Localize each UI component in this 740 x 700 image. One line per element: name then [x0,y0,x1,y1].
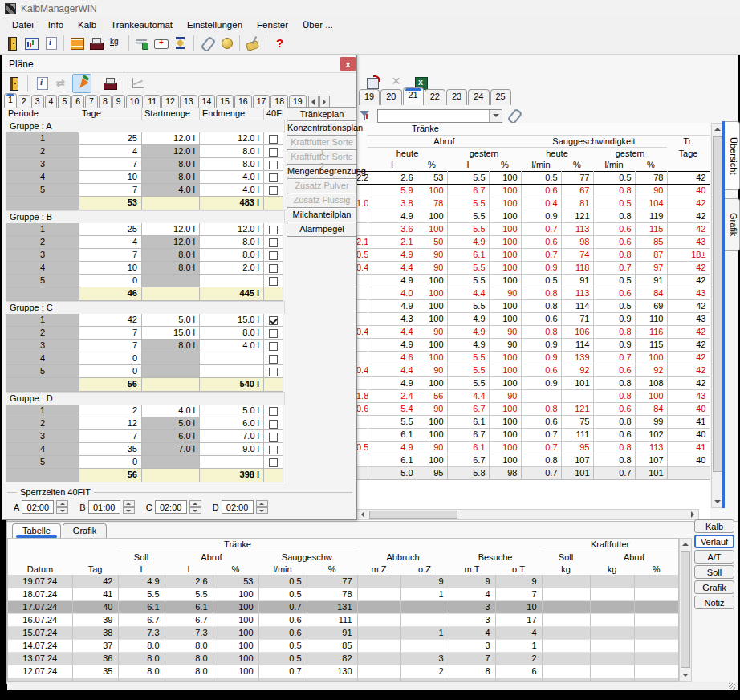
startmenge-cell[interactable] [142,275,200,287]
tage-cell[interactable]: 12 [79,417,142,430]
plan-menu-konzentrationsplan[interactable]: Konzentrationsplan [287,121,357,136]
tage-cell[interactable]: 35 [79,443,142,456]
plan-menu-alarmpegel[interactable]: Alarmpegel [287,222,357,237]
plan-row[interactable]: 4108.0 l4.0 l [6,171,285,184]
plan-tab-12[interactable]: 12 [161,95,179,108]
spin-down-button[interactable] [123,507,135,514]
plan-tab-10[interactable]: 10 [126,95,144,108]
plan-type-selected[interactable]: Tränkeplan [287,107,357,121]
endmenge-cell[interactable]: 6.0 l [200,417,264,430]
startmenge-cell[interactable]: 8.0 l [142,340,200,352]
plan-row[interactable]: 378.0 l4.0 l [6,340,285,352]
history-row[interactable]: 14.07.24378.08.01000.58531 [8,639,678,652]
endmenge-cell[interactable]: 4.0 l [200,184,264,197]
spin-up-button[interactable] [189,500,201,507]
endmenge-cell[interactable]: 12.0 l [200,223,264,236]
endmenge-cell[interactable]: 12.0 l [200,132,264,145]
verlauf-tab-22[interactable]: 22 [425,89,445,105]
view-button-at[interactable]: A/T [694,550,734,564]
scrollbar-thumb[interactable] [369,511,457,519]
toolbar-scale-button[interactable] [132,34,152,53]
plan-tab-16[interactable]: 16 [234,95,252,108]
40fit-checkbox[interactable] [269,226,278,234]
verlauf-tab-23[interactable]: 23 [446,89,467,105]
traenke-row[interactable]: 3.61005.51000.71130.611542 [356,222,710,235]
traenke-row[interactable]: 1.82.4564.4900.810043 [356,389,710,402]
plan-tab-7[interactable]: 7 [85,95,98,108]
tage-cell[interactable]: 0 [79,275,142,287]
40fit-checkbox[interactable] [269,277,278,286]
traenke-row[interactable]: 0.54.9906.11000.7950.811341 [356,441,710,454]
plan-row[interactable]: 50 [6,275,285,287]
plan-tab-1[interactable]: 1 [4,93,17,108]
40fit-checkbox[interactable] [269,173,278,182]
40fit-checkbox[interactable] [269,342,278,351]
menu-einstellungen[interactable]: Einstellungen [180,19,250,31]
spin-down-button[interactable] [56,507,68,514]
close-button[interactable]: x [340,57,356,71]
plan-tab-2[interactable]: 2 [18,95,30,108]
startmenge-cell[interactable]: 8.0 l [142,249,200,262]
menu-info[interactable]: Info [41,19,71,31]
plan-row[interactable]: 12512.0 l12.0 l [6,132,285,145]
tage-cell[interactable]: 4 [79,236,142,249]
time-field[interactable]: 02:00 [155,500,187,514]
endmenge-cell[interactable]: 8.0 l [200,249,264,262]
plan-tab-15[interactable]: 15 [216,95,234,108]
traenke-row[interactable]: 4.91005.51000.81140.56942 [356,299,710,312]
endmenge-cell[interactable]: 8.0 l [200,236,264,249]
view-button-kalb[interactable]: Kalb [694,519,734,533]
40fit-checkbox[interactable] [269,368,278,376]
traenke-row[interactable]: 4.91005.51000.91010.810842 [356,376,710,389]
tage-cell[interactable]: 25 [79,223,142,236]
40fit-checkbox[interactable] [269,238,278,247]
endmenge-cell[interactable]: 2.0 l [200,262,264,275]
toolbar-info-button[interactable] [41,34,60,53]
traenke-row[interactable]: 0.44.4905.51000.91180.79742 [356,261,710,274]
traenke-row[interactable]: 4.31004.91000.6710.911043 [356,312,710,325]
toolbar-paperclip-button[interactable] [197,34,217,53]
startmenge-cell[interactable]: 5.0 l [142,417,200,430]
verlauf-tab-20[interactable]: 20 [380,89,401,105]
toolbar-ambulance-button[interactable] [152,34,171,53]
plaene-print-button[interactable] [100,74,120,93]
tage-cell[interactable]: 10 [79,171,142,184]
verlauf-tab-19[interactable]: 19 [359,89,380,105]
40fit-checkbox[interactable] [269,251,278,260]
plan-row[interactable]: 378.0 l8.0 l [6,158,285,171]
scroll-up-button[interactable] [680,539,691,550]
time-field[interactable]: 02:00 [22,500,54,514]
traenke-row[interactable]: 4.91005.51000.5910.59142 [356,274,710,287]
view-button-verlauf[interactable]: Verlauf [694,535,734,548]
40fit-checkbox[interactable] [269,135,278,144]
traenke-row[interactable]: 0.44.4904.9900.81060.811642 [356,325,710,338]
plaene-graph-button[interactable] [128,74,148,93]
tabs-scroll-left-button[interactable] [308,96,319,108]
40fit-checkbox[interactable] [269,186,278,195]
plan-row[interactable]: 2125.0 l6.0 l [6,417,285,430]
menu-kalb[interactable]: Kalb [71,19,104,31]
traenke-row[interactable]: 6.11006.71000.81070.810740 [356,454,710,466]
startmenge-cell[interactable]: 4.0 l [142,405,200,417]
40fit-checkbox[interactable] [269,148,278,157]
endmenge-cell[interactable] [200,275,264,287]
history-row[interactable]: 15.07.24387.37.31000.691144 [8,626,678,639]
startmenge-cell[interactable]: 12.0 l [142,236,200,249]
horizontal-scrollbar[interactable] [356,509,699,520]
toolbar-calf-table-button[interactable] [67,34,87,53]
toolbar-bell-button[interactable] [217,34,236,53]
plan-row[interactable]: 378.0 l8.0 l [6,249,285,262]
plan-row[interactable]: 12512.0 l12.0 l [6,223,285,236]
calf-select-combobox[interactable] [377,109,502,123]
startmenge-cell[interactable]: 6.0 l [142,430,200,443]
combobox-dropdown-button[interactable] [489,110,502,122]
traenke-row[interactable]: 5.51006.11000.6750.89941 [356,415,710,428]
scroll-up-button[interactable] [712,124,723,135]
traenke-row[interactable]: 0.65.4906.71000.81210.68440 [356,402,710,415]
plan-row[interactable]: 376.0 l7.0 l [6,430,285,443]
tage-cell[interactable]: 7 [79,184,142,197]
traenke-row[interactable]: 4.61005.51000.91390.710042 [356,351,710,364]
startmenge-cell[interactable] [142,352,200,365]
startmenge-cell[interactable]: 12.0 l [142,223,200,236]
view-button-notiz[interactable]: Notiz [694,596,734,609]
